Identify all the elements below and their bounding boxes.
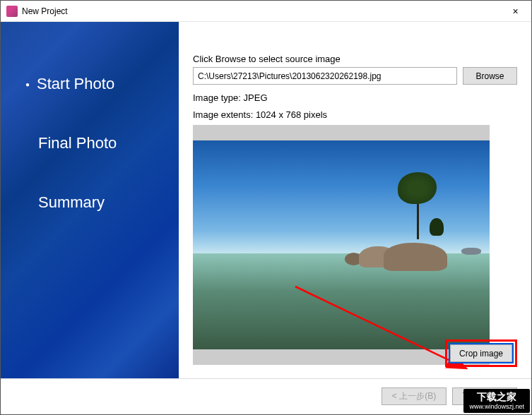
footer: < 上一步(B) 下一步(N) > [1, 378, 531, 414]
image-preview[interactable] [193, 140, 490, 349]
image-preview-container [193, 125, 490, 365]
crop-image-button[interactable]: Crop image [450, 344, 512, 362]
window-title: New Project [22, 6, 68, 16]
file-path-input[interactable] [193, 67, 457, 85]
crop-button-highlight: Crop image [445, 339, 517, 367]
back-button: < 上一步(B) [382, 387, 447, 405]
watermark: 下载之家 www.windowszj.net [463, 389, 530, 413]
file-selector-row: Browse [193, 67, 517, 85]
preview-letterbox-top [193, 125, 490, 140]
app-icon [6, 6, 18, 17]
sidebar-item-label: Final Photo [38, 134, 117, 152]
browse-button[interactable]: Browse [463, 67, 517, 85]
sidebar: Start Photo Final Photo Summary [1, 22, 179, 378]
sidebar-item-start-photo[interactable]: Start Photo [25, 75, 179, 93]
sidebar-item-final-photo[interactable]: Final Photo [25, 134, 179, 152]
titlebar: New Project × [1, 1, 531, 22]
close-icon: × [512, 6, 518, 17]
content-area: Start Photo Final Photo Summary Click Br… [1, 22, 531, 378]
sidebar-item-label: Summary [38, 193, 105, 212]
close-button[interactable]: × [500, 1, 531, 22]
watermark-url: www.windowszj.net [469, 403, 524, 411]
image-extents-label: Image extents: 1024 x 768 pixels [193, 109, 517, 121]
sidebar-item-summary[interactable]: Summary [25, 193, 179, 212]
sidebar-item-label: Start Photo [37, 75, 114, 93]
image-type-label: Image type: JPEG [193, 92, 517, 104]
main-panel: Click Browse to select source image Brow… [179, 22, 531, 378]
watermark-text: 下载之家 [477, 391, 516, 402]
instruction-label: Click Browse to select source image [193, 54, 517, 64]
